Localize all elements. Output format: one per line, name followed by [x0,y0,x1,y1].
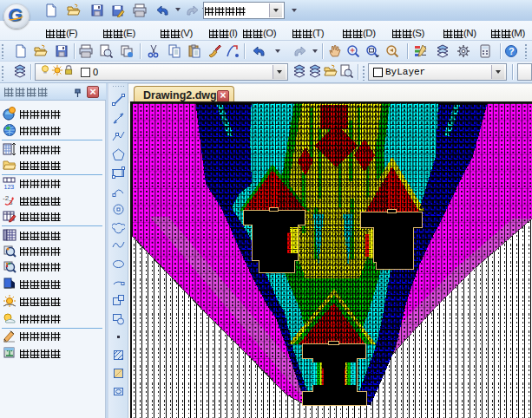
svg-text:123: 123 [4,184,15,190]
svg-text:?: ? [509,46,515,56]
